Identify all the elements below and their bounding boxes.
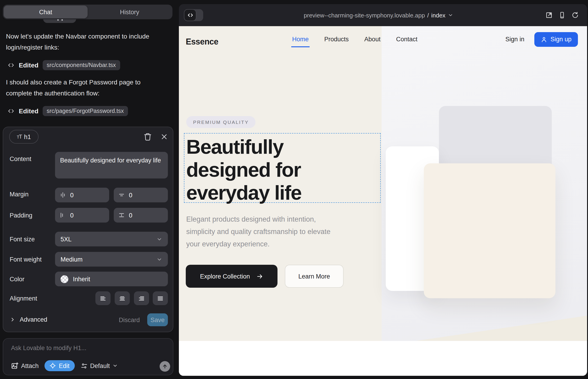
arrow-right-icon	[256, 273, 263, 280]
align-right-button[interactable]	[134, 291, 149, 305]
padding-vertical-value: 0	[129, 212, 132, 219]
chat-message: I should also create a Forgot Password p…	[6, 77, 160, 99]
padding-vertical-icon	[118, 212, 125, 218]
edited-file-row: Edited src/components/Navbar.tsx	[7, 60, 120, 70]
close-icon[interactable]	[160, 133, 168, 141]
attach-button[interactable]: Attach	[11, 362, 39, 369]
mode-label: Default	[90, 362, 110, 369]
color-label: Color	[10, 276, 25, 283]
discard-button[interactable]: Discard	[119, 316, 140, 323]
sign-in-link[interactable]: Sign in	[505, 36, 525, 43]
font-size-value: 5XL	[61, 236, 72, 242]
color-swatch	[61, 275, 68, 283]
margin-horizontal-input[interactable]: 0	[55, 188, 109, 202]
learn-more-button[interactable]: Learn More	[285, 265, 343, 288]
margin-vertical-value: 0	[129, 191, 132, 198]
edit-mode-button[interactable]: Edit	[45, 360, 75, 371]
code-icon	[184, 9, 196, 21]
font-size-label: Font size	[10, 236, 35, 243]
code-icon	[7, 107, 15, 115]
edited-file-row: Edited src/pages/ForgotPassword.tsx	[7, 106, 128, 116]
margin-vertical-input[interactable]: 0	[114, 188, 168, 202]
url-separator: /	[427, 12, 429, 19]
font-size-select[interactable]: 5XL	[55, 232, 168, 246]
explore-collection-button[interactable]: Explore Collection	[186, 265, 278, 288]
padding-vertical-input[interactable]: 0	[114, 208, 168, 222]
attach-label: Attach	[21, 362, 39, 369]
element-tag-pill[interactable]: TT h1	[9, 130, 39, 144]
element-tag-label: h1	[24, 133, 31, 140]
hero-heading[interactable]: Beautifully designed for everyday life	[186, 135, 348, 204]
save-button[interactable]: Save	[147, 313, 168, 326]
tab-history[interactable]: History	[88, 5, 171, 18]
advanced-label: Advanced	[20, 316, 47, 323]
site-nav: Home Products About Contact	[292, 26, 417, 52]
preview-toolbar: preview--charming-site-symphony.lovable.…	[179, 4, 587, 26]
nav-link-contact[interactable]: Contact	[396, 36, 417, 43]
sidebar-tabbar: Chat History	[3, 5, 172, 19]
padding-horizontal-value: 0	[70, 212, 74, 219]
chat-composer: Ask Lovable to modify H1... Attach Edit	[3, 338, 173, 375]
align-justify-button[interactable]	[153, 291, 168, 305]
url-host: preview--charming-site-symphony.lovable.…	[304, 12, 425, 19]
align-center-button[interactable]	[115, 291, 130, 305]
padding-horizontal-input[interactable]: 0	[55, 208, 109, 222]
attach-image-icon	[11, 362, 18, 369]
color-select[interactable]: Inherit	[55, 272, 168, 286]
edited-label: Edited	[19, 62, 39, 69]
font-weight-value: Medium	[61, 256, 83, 263]
advanced-toggle[interactable]: Advanced	[10, 316, 47, 323]
user-icon	[541, 36, 547, 42]
chat-sidebar: Chat History Now let's update the Navbar…	[0, 0, 179, 379]
nav-link-about[interactable]: About	[364, 36, 381, 43]
margin-vertical-icon	[118, 192, 125, 198]
trash-icon[interactable]	[144, 133, 152, 141]
file-chip[interactable]: src/components/Navbar.tsx	[43, 60, 120, 70]
tab-chat[interactable]: Chat	[4, 5, 88, 18]
site-logo[interactable]: Essence	[186, 37, 218, 47]
chevron-right-icon	[10, 316, 15, 323]
margin-horizontal-icon	[60, 192, 66, 198]
url-page: index	[431, 12, 445, 19]
code-icon	[7, 62, 15, 69]
chevron-down-icon	[156, 256, 162, 262]
font-weight-label: Font weight	[10, 256, 42, 263]
open-in-new-window-icon[interactable]	[545, 12, 553, 19]
padding-label: Padding	[10, 212, 32, 219]
nav-link-products[interactable]: Products	[324, 36, 349, 43]
explore-collection-label: Explore Collection	[200, 273, 250, 280]
file-chip[interactable]: src/pages/ForgotPassword.tsx	[43, 106, 128, 116]
code-preview-toggle[interactable]	[184, 9, 203, 21]
sliders-icon	[80, 362, 87, 369]
send-button[interactable]	[160, 361, 170, 372]
edited-label: Edited	[19, 107, 39, 115]
chat-message: Now let's update the Navbar component to…	[6, 31, 160, 53]
margin-label: Margin	[10, 191, 29, 198]
url-bar[interactable]: preview--charming-site-symphony.lovable.…	[304, 4, 453, 26]
nav-link-home[interactable]: Home	[292, 36, 309, 43]
composer-input[interactable]: Ask Lovable to modify H1...	[11, 345, 86, 351]
preview-window: preview--charming-site-symphony.lovable.…	[179, 4, 587, 376]
chevron-down-icon	[448, 12, 453, 18]
margin-horizontal-value: 0	[70, 191, 74, 198]
section-below-hero	[179, 341, 587, 376]
sign-up-button[interactable]: Sign up	[534, 32, 578, 47]
content-label: Content	[10, 156, 31, 162]
content-input[interactable]: Beautifully designed for everyday life	[55, 152, 168, 178]
decorative-card-beige	[424, 163, 556, 298]
align-left-button[interactable]	[95, 291, 110, 305]
model-selector[interactable]: Default	[80, 362, 118, 369]
font-weight-select[interactable]: Medium	[55, 252, 168, 267]
padding-horizontal-icon	[60, 212, 66, 218]
refresh-icon[interactable]	[572, 12, 579, 19]
mobile-view-icon[interactable]	[559, 12, 566, 19]
hero-description: Elegant products designed with intention…	[186, 213, 333, 250]
color-value: Inherit	[73, 276, 90, 283]
premium-quality-badge: PREMIUM QUALITY	[186, 116, 256, 128]
element-editor-panel: TT h1 Content Beautifully designed for e…	[3, 127, 173, 332]
chevron-down-icon	[113, 363, 118, 368]
chevron-down-icon	[156, 236, 162, 242]
edit-label: Edit	[59, 362, 70, 369]
type-icon: TT	[17, 134, 22, 140]
alignment-label: Alignment	[10, 295, 37, 302]
